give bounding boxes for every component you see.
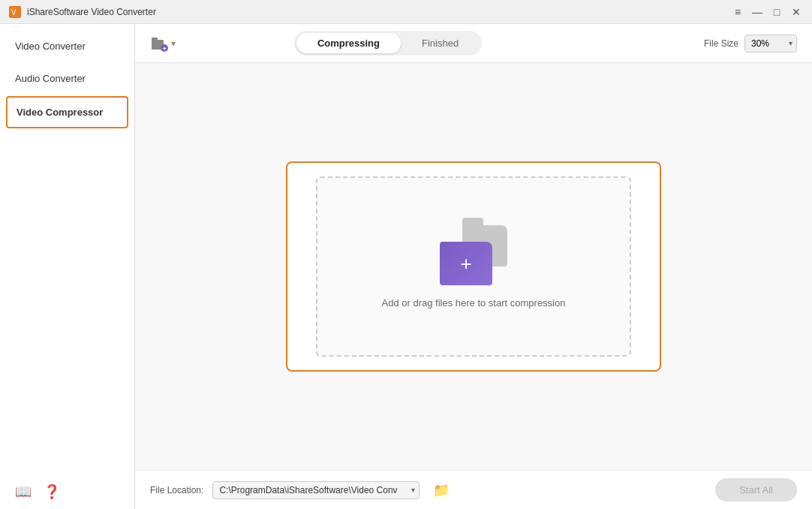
file-size-label: File Size <box>704 38 738 49</box>
folder-icon-wrap: + <box>440 225 507 285</box>
sidebar-item-audio-converter[interactable]: Audio Converter <box>0 62 134 95</box>
app-icon: V <box>9 6 21 18</box>
browse-folder-icon[interactable]: 📁 <box>433 482 450 498</box>
file-size-select[interactable]: 10% 20% 30% 40% 50% 60% 70% 80% 90% <box>744 35 797 53</box>
add-file-button[interactable]: + ▾ <box>150 35 176 52</box>
sidebar-item-video-converter[interactable]: Video Converter <box>0 30 134 62</box>
svg-text:+: + <box>163 44 167 52</box>
svg-text:V: V <box>11 8 17 17</box>
app-body: Video Converter Audio Converter Video Co… <box>0 24 812 509</box>
close-button[interactable]: ✕ <box>789 5 803 19</box>
svg-rect-3 <box>152 38 158 41</box>
file-size-control: File Size 10% 20% 30% 40% 50% 60% 70% 80… <box>704 35 797 53</box>
folder-plus-icon: + <box>460 254 471 273</box>
footer: File Location: C:\ProgramData\iShareSoft… <box>135 470 812 509</box>
folder-front: + <box>440 242 492 285</box>
book-icon[interactable]: 📖 <box>15 483 32 500</box>
sidebar-item-video-compressor[interactable]: Video Compressor <box>6 96 128 128</box>
maximize-button[interactable]: □ <box>770 5 783 19</box>
title-bar-controls: ≡ — □ ✕ <box>731 5 803 19</box>
help-icon[interactable]: ❓ <box>44 483 60 500</box>
add-file-chevron: ▾ <box>171 38 176 49</box>
drop-zone-inner[interactable]: + Add or drag files here to start compre… <box>316 176 631 357</box>
tab-finished[interactable]: Finished <box>401 33 480 53</box>
sidebar: Video Converter Audio Converter Video Co… <box>0 24 135 509</box>
content-area: + ▾ Compressing Finished File Size 10% 2… <box>135 24 812 509</box>
file-location-select[interactable]: C:\ProgramData\iShareSoftware\Video Conv <box>212 481 420 499</box>
drop-zone-outer[interactable]: + Add or drag files here to start compre… <box>286 161 661 372</box>
drop-area-container: + Add or drag files here to start compre… <box>135 63 812 470</box>
toolbar: + ▾ Compressing Finished File Size 10% 2… <box>135 24 812 63</box>
file-location-label: File Location: <box>150 485 203 495</box>
footer-path-wrapper: C:\ProgramData\iShareSoftware\Video Conv… <box>212 481 420 499</box>
sidebar-bottom: 📖 ❓ <box>0 474 134 509</box>
title-bar: V iShareSoftware Video Converter ≡ — □ ✕ <box>0 0 812 24</box>
tab-compressing[interactable]: Compressing <box>296 33 401 53</box>
tab-group: Compressing Finished <box>294 31 482 56</box>
menu-button[interactable]: ≡ <box>731 5 744 19</box>
window-title: iShareSoftware Video Converter <box>27 7 156 17</box>
start-all-button[interactable]: Start All <box>715 478 797 501</box>
minimize-button[interactable]: — <box>750 5 764 19</box>
drop-text: Add or drag files here to start compress… <box>382 297 566 309</box>
file-size-wrapper: 10% 20% 30% 40% 50% 60% 70% 80% 90% ▾ <box>744 35 797 53</box>
add-file-icon: + <box>150 35 168 52</box>
title-bar-left: V iShareSoftware Video Converter <box>9 6 156 18</box>
